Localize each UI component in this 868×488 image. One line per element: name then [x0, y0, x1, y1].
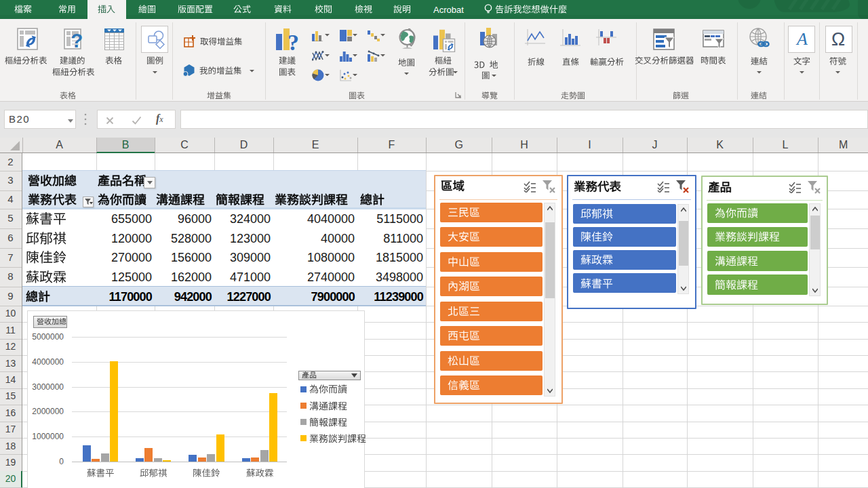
svg-text:?: ?: [71, 29, 83, 51]
svg-text:?: ?: [288, 30, 299, 52]
svg-text:A: A: [795, 29, 808, 49]
svg-text:Ω: Ω: [831, 29, 845, 49]
